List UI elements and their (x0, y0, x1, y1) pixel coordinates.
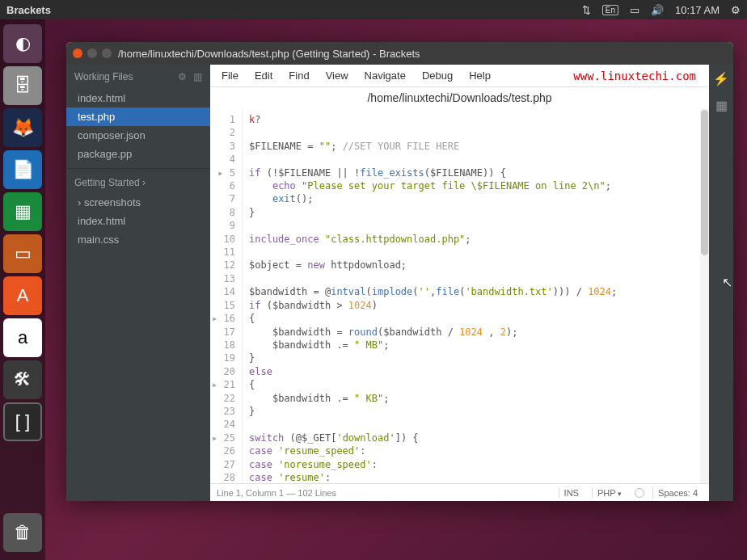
battery-icon[interactable]: ▭ (630, 4, 639, 16)
unity-launcher: ◐🗄🦊📄▦▭Aa🛠[ ]🗑 (0, 19, 45, 560)
menu-edit[interactable]: Edit (255, 69, 272, 82)
window-close-button[interactable] (73, 48, 82, 58)
working-file[interactable]: package.pp (66, 145, 210, 163)
project-files-list: index.htmlmain.css (66, 212, 210, 249)
project-file[interactable]: main.css (66, 230, 210, 249)
window-title: /home/linuxtechi/Downloads/test.php (Get… (118, 48, 420, 60)
project-header[interactable]: Getting Started › (66, 168, 210, 193)
scroll-thumb[interactable] (701, 110, 708, 255)
filepath-bar: /home/linuxtechi/Downloads/test.php (210, 87, 709, 108)
working-files-list: index.htmltest.phpcomposer.jsonpackage.p… (66, 89, 210, 163)
indent-setting[interactable]: Spaces: 4 (652, 487, 703, 499)
network-icon[interactable]: ⇅ (582, 4, 591, 16)
brackets-window: /home/linuxtechi/Downloads/test.php (Get… (66, 42, 733, 501)
launcher-firefox[interactable]: 🦊 (3, 108, 42, 147)
launcher-brackets[interactable]: [ ] (3, 402, 42, 441)
gear-icon[interactable]: ⚙ (178, 71, 187, 82)
launcher-writer[interactable]: 📄 (3, 150, 42, 189)
line-gutter: 1 2 3 4▸ 5 6 7 8 9 10 11 12 13 14 15▸ 16… (210, 108, 243, 483)
language-selector[interactable]: PHP (592, 487, 627, 499)
working-file[interactable]: index.html (66, 89, 210, 107)
keyboard-indicator[interactable]: En (602, 5, 618, 15)
menu-file[interactable]: File (222, 69, 238, 82)
launcher-settings[interactable]: 🛠 (3, 360, 42, 399)
editor-main: FileEditFindViewNavigateDebugHelpwww.lin… (210, 65, 709, 501)
launcher-impress[interactable]: ▭ (3, 234, 42, 273)
sound-icon[interactable]: 🔊 (651, 4, 664, 16)
brackets-sidebar: Working Files ⚙ ▥ index.htmltest.phpcomp… (66, 65, 210, 501)
window-titlebar[interactable]: /home/linuxtechi/Downloads/test.php (Get… (66, 42, 733, 65)
vertical-scrollbar[interactable] (700, 108, 709, 483)
statusbar: Line 1, Column 1 — 102 Lines INS PHP Spa… (210, 483, 709, 501)
lint-status-icon[interactable] (635, 488, 644, 498)
project-folder[interactable]: › screenshots (66, 193, 210, 212)
ubuntu-top-panel: Brackets ⇅ En ▭ 🔊 10:17 AM ⚙ (0, 0, 747, 19)
launcher-calc[interactable]: ▦ (3, 192, 42, 231)
project-file[interactable]: index.html (66, 212, 210, 230)
menu-view[interactable]: View (326, 69, 348, 82)
clock[interactable]: 10:17 AM (675, 4, 720, 16)
split-view-icon[interactable]: ▥ (193, 71, 202, 82)
window-minimize-button[interactable] (87, 48, 97, 58)
menu-navigate[interactable]: Navigate (365, 69, 406, 82)
working-file[interactable]: test.php (66, 107, 210, 126)
gear-icon[interactable]: ⚙ (731, 4, 741, 16)
live-preview-icon[interactable]: ⚡ (713, 71, 729, 86)
window-maximize-button[interactable] (102, 48, 112, 58)
menu-debug[interactable]: Debug (422, 69, 453, 82)
working-files-header: Working Files (74, 71, 133, 82)
cursor-status: Line 1, Column 1 — 102 Lines (217, 488, 336, 498)
code-area[interactable]: k?$FILENAME = ""; //SET YOUR FILE HEREif… (243, 108, 709, 483)
menu-help[interactable]: Help (469, 69, 491, 82)
insert-mode[interactable]: INS (559, 487, 584, 499)
launcher-files[interactable]: 🗄 (3, 66, 42, 105)
menubar: FileEditFindViewNavigateDebugHelpwww.lin… (210, 65, 709, 87)
launcher-dash[interactable]: ◐ (3, 24, 42, 63)
working-file[interactable]: composer.json (66, 126, 210, 145)
active-app-label: Brackets (6, 4, 51, 16)
mouse-cursor: ↖ (722, 275, 732, 290)
launcher-software[interactable]: A (3, 276, 42, 315)
extension-manager-icon[interactable]: ▦ (715, 98, 728, 113)
watermark: www.linuxtechi.com (573, 69, 696, 82)
editor[interactable]: 1 2 3 4▸ 5 6 7 8 9 10 11 12 13 14 15▸ 16… (210, 108, 709, 483)
menu-find[interactable]: Find (289, 69, 309, 82)
launcher-amazon[interactable]: a (3, 318, 42, 357)
launcher-trash[interactable]: 🗑 (3, 513, 42, 552)
